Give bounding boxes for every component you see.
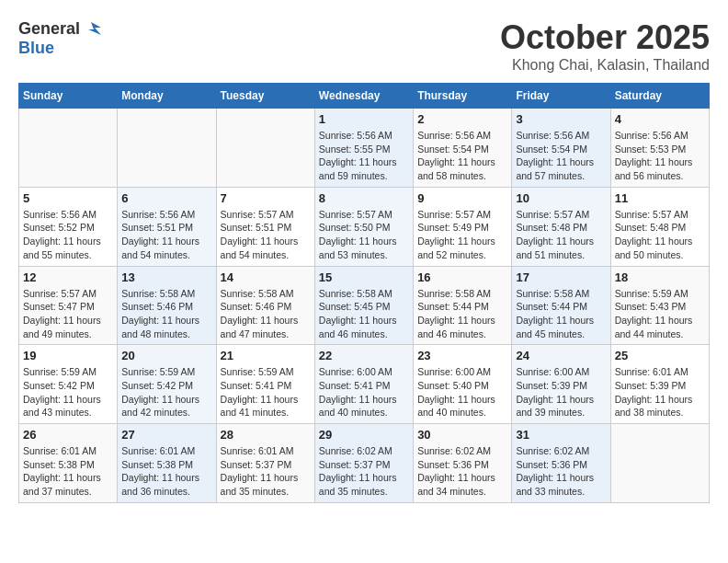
day-info: Sunrise: 5:59 AM Sunset: 5:41 PM Dayligh… bbox=[221, 365, 311, 419]
week-row-2: 5Sunrise: 5:56 AM Sunset: 5:52 PM Daylig… bbox=[19, 187, 710, 266]
day-cell: 13Sunrise: 5:58 AM Sunset: 5:46 PM Dayli… bbox=[118, 266, 216, 345]
day-info: Sunrise: 5:56 AM Sunset: 5:54 PM Dayligh… bbox=[516, 129, 606, 183]
week-row-5: 26Sunrise: 6:01 AM Sunset: 5:38 PM Dayli… bbox=[19, 424, 710, 503]
day-info: Sunrise: 6:00 AM Sunset: 5:39 PM Dayligh… bbox=[516, 365, 606, 419]
day-cell: 1Sunrise: 5:56 AM Sunset: 5:55 PM Daylig… bbox=[314, 109, 413, 188]
svg-marker-0 bbox=[88, 22, 101, 35]
day-cell: 15Sunrise: 5:58 AM Sunset: 5:45 PM Dayli… bbox=[314, 266, 413, 345]
day-info: Sunrise: 6:02 AM Sunset: 5:36 PM Dayligh… bbox=[417, 444, 507, 499]
day-info: Sunrise: 5:57 AM Sunset: 5:48 PM Dayligh… bbox=[615, 208, 705, 262]
day-cell bbox=[216, 109, 314, 188]
day-cell: 9Sunrise: 5:57 AM Sunset: 5:49 PM Daylig… bbox=[414, 187, 512, 266]
day-number: 26 bbox=[23, 428, 113, 442]
day-number: 25 bbox=[615, 349, 705, 362]
logo: General Blue bbox=[18, 18, 102, 58]
day-number: 21 bbox=[221, 349, 311, 362]
day-info: Sunrise: 6:01 AM Sunset: 5:38 PM Dayligh… bbox=[121, 444, 211, 499]
day-cell: 26Sunrise: 6:01 AM Sunset: 5:38 PM Dayli… bbox=[19, 424, 118, 503]
day-number: 7 bbox=[221, 191, 311, 205]
day-number: 16 bbox=[417, 270, 507, 284]
logo-blue-text: Blue bbox=[18, 39, 54, 57]
location: Khong Chai, Kalasin, Thailand bbox=[500, 57, 710, 74]
day-number: 17 bbox=[516, 270, 606, 284]
day-number: 29 bbox=[319, 428, 409, 442]
day-info: Sunrise: 6:01 AM Sunset: 5:38 PM Dayligh… bbox=[23, 444, 113, 499]
day-info: Sunrise: 5:57 AM Sunset: 5:49 PM Dayligh… bbox=[417, 208, 507, 262]
weekday-header-wednesday: Wednesday bbox=[314, 84, 413, 109]
week-row-4: 19Sunrise: 5:59 AM Sunset: 5:42 PM Dayli… bbox=[19, 345, 710, 424]
weekday-header-sunday: Sunday bbox=[19, 84, 118, 109]
logo-general-text: General bbox=[18, 19, 80, 39]
day-cell: 14Sunrise: 5:58 AM Sunset: 5:46 PM Dayli… bbox=[216, 266, 314, 345]
day-info: Sunrise: 5:58 AM Sunset: 5:46 PM Dayligh… bbox=[121, 287, 211, 341]
title-block: October 2025 Khong Chai, Kalasin, Thaila… bbox=[500, 18, 710, 74]
day-info: Sunrise: 5:59 AM Sunset: 5:43 PM Dayligh… bbox=[615, 287, 705, 341]
day-cell: 3Sunrise: 5:56 AM Sunset: 5:54 PM Daylig… bbox=[512, 109, 610, 188]
weekday-header-row: SundayMondayTuesdayWednesdayThursdayFrid… bbox=[19, 84, 710, 109]
day-info: Sunrise: 6:00 AM Sunset: 5:40 PM Dayligh… bbox=[417, 365, 507, 419]
day-number: 12 bbox=[23, 270, 113, 284]
day-info: Sunrise: 6:02 AM Sunset: 5:36 PM Dayligh… bbox=[516, 444, 606, 499]
page-header: General Blue October 2025 Khong Chai, Ka… bbox=[18, 18, 710, 74]
day-number: 24 bbox=[516, 349, 606, 362]
day-info: Sunrise: 5:58 AM Sunset: 5:45 PM Dayligh… bbox=[319, 287, 409, 341]
day-cell bbox=[610, 424, 709, 503]
day-cell: 5Sunrise: 5:56 AM Sunset: 5:52 PM Daylig… bbox=[19, 187, 118, 266]
day-cell: 4Sunrise: 5:56 AM Sunset: 5:53 PM Daylig… bbox=[610, 109, 709, 188]
day-number: 13 bbox=[121, 270, 211, 284]
day-number: 11 bbox=[615, 191, 705, 205]
day-cell: 27Sunrise: 6:01 AM Sunset: 5:38 PM Dayli… bbox=[118, 424, 216, 503]
day-info: Sunrise: 5:56 AM Sunset: 5:55 PM Dayligh… bbox=[319, 129, 409, 183]
week-row-3: 12Sunrise: 5:57 AM Sunset: 5:47 PM Dayli… bbox=[19, 266, 710, 345]
day-number: 14 bbox=[221, 270, 311, 284]
day-info: Sunrise: 5:59 AM Sunset: 5:42 PM Dayligh… bbox=[121, 365, 211, 419]
day-info: Sunrise: 6:02 AM Sunset: 5:37 PM Dayligh… bbox=[319, 444, 409, 499]
day-info: Sunrise: 5:57 AM Sunset: 5:48 PM Dayligh… bbox=[516, 208, 606, 262]
day-info: Sunrise: 5:57 AM Sunset: 5:47 PM Dayligh… bbox=[23, 287, 113, 341]
day-number: 9 bbox=[417, 191, 507, 205]
day-cell: 21Sunrise: 5:59 AM Sunset: 5:41 PM Dayli… bbox=[216, 345, 314, 424]
calendar-table: SundayMondayTuesdayWednesdayThursdayFrid… bbox=[18, 83, 710, 503]
day-cell: 29Sunrise: 6:02 AM Sunset: 5:37 PM Dayli… bbox=[314, 424, 413, 503]
day-number: 10 bbox=[516, 191, 606, 205]
day-number: 3 bbox=[516, 112, 606, 126]
day-number: 1 bbox=[319, 112, 409, 126]
day-cell: 6Sunrise: 5:56 AM Sunset: 5:51 PM Daylig… bbox=[118, 187, 216, 266]
week-row-1: 1Sunrise: 5:56 AM Sunset: 5:55 PM Daylig… bbox=[19, 109, 710, 188]
day-number: 4 bbox=[615, 112, 705, 126]
day-cell: 10Sunrise: 5:57 AM Sunset: 5:48 PM Dayli… bbox=[512, 187, 610, 266]
day-cell: 7Sunrise: 5:57 AM Sunset: 5:51 PM Daylig… bbox=[216, 187, 314, 266]
day-info: Sunrise: 5:57 AM Sunset: 5:50 PM Dayligh… bbox=[319, 208, 409, 262]
day-cell: 22Sunrise: 6:00 AM Sunset: 5:41 PM Dayli… bbox=[314, 345, 413, 424]
day-info: Sunrise: 5:59 AM Sunset: 5:42 PM Dayligh… bbox=[23, 365, 113, 419]
day-cell: 19Sunrise: 5:59 AM Sunset: 5:42 PM Dayli… bbox=[19, 345, 118, 424]
day-cell: 12Sunrise: 5:57 AM Sunset: 5:47 PM Dayli… bbox=[19, 266, 118, 345]
day-number: 23 bbox=[417, 349, 507, 362]
day-cell: 23Sunrise: 6:00 AM Sunset: 5:40 PM Dayli… bbox=[414, 345, 512, 424]
day-info: Sunrise: 5:58 AM Sunset: 5:44 PM Dayligh… bbox=[417, 287, 507, 341]
day-number: 31 bbox=[516, 428, 606, 442]
day-info: Sunrise: 5:56 AM Sunset: 5:54 PM Dayligh… bbox=[417, 129, 507, 183]
month-title: October 2025 bbox=[500, 18, 710, 57]
day-cell: 16Sunrise: 5:58 AM Sunset: 5:44 PM Dayli… bbox=[414, 266, 512, 345]
day-info: Sunrise: 6:00 AM Sunset: 5:41 PM Dayligh… bbox=[319, 365, 409, 419]
day-info: Sunrise: 6:01 AM Sunset: 5:37 PM Dayligh… bbox=[221, 444, 311, 499]
day-number: 8 bbox=[319, 191, 409, 205]
day-number: 15 bbox=[319, 270, 409, 284]
day-cell: 28Sunrise: 6:01 AM Sunset: 5:37 PM Dayli… bbox=[216, 424, 314, 503]
weekday-header-saturday: Saturday bbox=[610, 84, 709, 109]
day-cell: 11Sunrise: 5:57 AM Sunset: 5:48 PM Dayli… bbox=[610, 187, 709, 266]
day-cell: 24Sunrise: 6:00 AM Sunset: 5:39 PM Dayli… bbox=[512, 345, 610, 424]
day-cell bbox=[19, 109, 118, 188]
day-info: Sunrise: 5:57 AM Sunset: 5:51 PM Dayligh… bbox=[221, 208, 311, 262]
day-cell: 25Sunrise: 6:01 AM Sunset: 5:39 PM Dayli… bbox=[610, 345, 709, 424]
day-number: 2 bbox=[417, 112, 507, 126]
weekday-header-tuesday: Tuesday bbox=[216, 84, 314, 109]
day-info: Sunrise: 5:58 AM Sunset: 5:46 PM Dayligh… bbox=[221, 287, 311, 341]
day-number: 19 bbox=[23, 349, 113, 362]
day-number: 22 bbox=[319, 349, 409, 362]
day-number: 30 bbox=[417, 428, 507, 442]
day-cell bbox=[118, 109, 216, 188]
day-number: 18 bbox=[615, 270, 705, 284]
day-number: 27 bbox=[121, 428, 211, 442]
